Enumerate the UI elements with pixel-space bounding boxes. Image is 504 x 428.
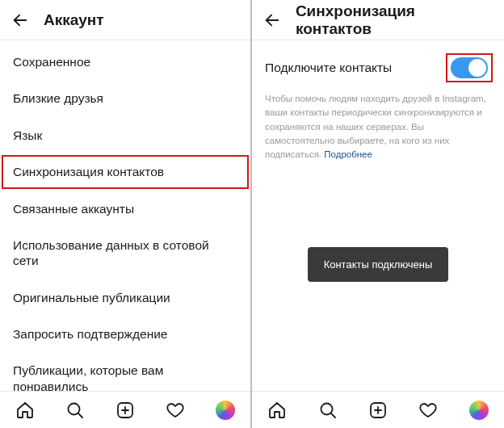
settings-item-close-friends[interactable]: Близкие друзья (0, 80, 250, 116)
settings-item-cellular-data[interactable]: Использование данных в сотовой сети (0, 227, 250, 279)
search-icon[interactable] (65, 400, 86, 421)
settings-item-saved[interactable]: Сохраненное (0, 44, 250, 80)
connect-contacts-toggle[interactable] (451, 57, 488, 78)
bottom-nav (0, 391, 250, 428)
search-icon[interactable] (317, 400, 338, 421)
toggle-knob (468, 59, 486, 77)
header: Синхронизация контактов (252, 0, 504, 40)
learn-more-link[interactable]: Подробнее (324, 149, 372, 159)
activity-heart-icon[interactable] (165, 400, 186, 421)
back-arrow-icon[interactable] (10, 10, 31, 31)
connect-contacts-description: Чтобы помочь людям находить друзей в Ins… (265, 92, 491, 162)
header: Аккаунт (0, 0, 250, 40)
connect-contacts-label: Подключите контакты (265, 61, 392, 75)
svg-line-8 (330, 413, 334, 417)
page-title: Синхронизация контактов (296, 2, 494, 38)
settings-item-liked-posts[interactable]: Публикации, которые вам понравились (0, 352, 250, 391)
back-arrow-icon[interactable] (262, 10, 283, 31)
profile-avatar-icon[interactable] (468, 400, 489, 421)
settings-item-language[interactable]: Язык (0, 117, 250, 153)
connect-contacts-row: Подключите контакты (265, 55, 491, 81)
profile-avatar-icon[interactable] (215, 400, 236, 421)
toast-area: Контакты подключены (252, 162, 504, 391)
connect-contacts-section: Подключите контакты Чтобы помочь людям н… (252, 40, 504, 162)
settings-item-linked-accounts[interactable]: Связанные аккаунты (0, 191, 250, 227)
contacts-connected-toast: Контакты подключены (308, 247, 449, 282)
settings-item-request-verification[interactable]: Запросить подтверждение (0, 316, 250, 352)
toggle-highlight (447, 55, 491, 81)
svg-line-2 (78, 413, 82, 417)
home-icon[interactable] (267, 400, 288, 421)
description-text: Чтобы помочь людям находить друзей в Ins… (265, 94, 486, 159)
new-post-icon[interactable] (115, 400, 136, 421)
contacts-sync-pane: Синхронизация контактов Подключите конта… (252, 0, 504, 428)
settings-list: Сохраненное Близкие друзья Язык Синхрони… (0, 40, 250, 391)
settings-item-original-posts[interactable]: Оригинальные публикации (0, 279, 250, 316)
bottom-nav (252, 391, 504, 428)
account-settings-pane: Аккаунт Сохраненное Близкие друзья Язык … (0, 0, 252, 428)
page-title: Аккаунт (44, 11, 104, 29)
activity-heart-icon[interactable] (418, 400, 439, 421)
new-post-icon[interactable] (368, 400, 388, 421)
home-icon[interactable] (15, 400, 36, 421)
settings-item-contacts-sync[interactable]: Синхронизация контактов (0, 153, 250, 190)
